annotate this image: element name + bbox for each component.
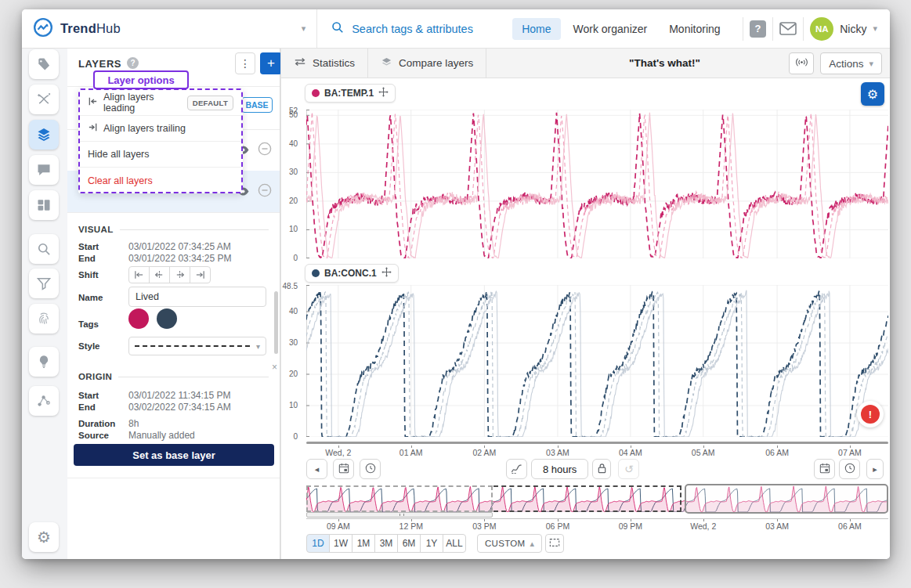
tag-pill-temp[interactable]: BA:TEMP.1 <box>305 84 396 103</box>
layer-name-input[interactable] <box>128 287 266 307</box>
shift-left-button[interactable] <box>149 266 170 283</box>
move-icon[interactable] <box>381 267 392 280</box>
rail-item-layers[interactable] <box>29 120 59 150</box>
swap-arrows-icon <box>294 57 306 69</box>
nav-monitoring[interactable]: Monitoring <box>660 18 729 40</box>
pan-left-button[interactable]: ◂ <box>306 459 327 479</box>
tag-color-dot[interactable] <box>128 308 149 329</box>
graph-nodes-icon <box>36 393 52 409</box>
divider <box>67 212 280 213</box>
duration-button[interactable]: 8 hours <box>531 459 588 479</box>
menu-item-hide-all[interactable]: Hide all layers <box>80 142 241 168</box>
custom-range-frame-button[interactable] <box>545 534 564 553</box>
remove-layer-icon[interactable] <box>258 142 272 156</box>
x-tick-label: 02 AM <box>461 448 508 457</box>
field-label: Tags <box>78 319 99 329</box>
layer-options-kebab-button[interactable]: ⋮ <box>235 52 255 74</box>
rail-item-dashboard[interactable] <box>29 190 59 220</box>
layers-icon <box>381 56 392 70</box>
x-axis-bar[interactable] <box>306 442 888 444</box>
rail-item-tags[interactable] <box>29 49 59 79</box>
chart-settings-button[interactable]: ⚙ <box>861 82 884 106</box>
rail-item-fingerprint[interactable] <box>29 304 59 334</box>
menu-item-align-leading[interactable]: Align layers leading DEFAULT <box>80 90 241 116</box>
user-chevron-down-icon: ▾ <box>873 23 877 34</box>
range-1m-button[interactable]: 1M <box>352 534 375 553</box>
y-tick-label: 10 <box>289 401 298 409</box>
compare-layers-button[interactable]: Compare layers <box>368 49 486 78</box>
range-1d-button[interactable]: 1D <box>306 534 330 553</box>
panel-help-icon[interactable]: ? <box>127 57 139 69</box>
lock-icon <box>597 463 607 475</box>
rail-item-context[interactable] <box>29 386 59 416</box>
x-tick-label: Wed, 2 <box>680 521 727 531</box>
nav-work-organizer[interactable]: Work organizer <box>564 18 657 40</box>
x-tick-label: 05 AM <box>680 448 727 457</box>
context-region-dashed-dark[interactable] <box>493 485 681 512</box>
history-icon: ↺ <box>624 463 634 475</box>
range-all-button[interactable]: ALL <box>443 534 466 553</box>
brand[interactable]: TrendHub ▾ <box>22 9 317 48</box>
broadcast-button[interactable] <box>789 52 814 74</box>
close-icon[interactable]: × <box>272 362 277 373</box>
range-1w-button[interactable]: 1W <box>329 534 352 553</box>
panel-title: LAYERS <box>78 58 121 70</box>
shift-far-right-button[interactable] <box>190 266 211 283</box>
help-icon[interactable]: ? <box>750 20 767 38</box>
x-tick-label: 03 AM <box>754 521 801 531</box>
tag-pill-label: BA:TEMP.1 <box>324 88 374 99</box>
mail-icon[interactable] <box>779 22 797 35</box>
rail-item-search[interactable] <box>29 234 59 264</box>
statistics-label: Statistics <box>313 57 355 69</box>
statistics-button[interactable]: Statistics <box>281 49 368 78</box>
shift-far-left-button[interactable] <box>128 266 150 283</box>
move-icon[interactable] <box>378 87 389 99</box>
end-date-button[interactable] <box>814 459 835 479</box>
history-reset-button[interactable]: ↺ <box>618 459 639 479</box>
context-scroll-handle[interactable] <box>306 512 493 518</box>
range-custom-button[interactable]: CUSTOM ▴ <box>477 534 542 553</box>
rail-item-filter[interactable] <box>29 269 59 298</box>
end-time-button[interactable] <box>839 459 860 479</box>
context-region-dashed-gray[interactable] <box>306 485 493 512</box>
add-layer-button[interactable]: + <box>260 52 282 74</box>
start-time-button[interactable] <box>360 459 381 479</box>
lock-duration-button[interactable] <box>592 459 611 479</box>
user-menu[interactable]: NA Nicky ▾ <box>810 17 890 41</box>
user-name: Nicky <box>840 23 866 35</box>
tag-pill-conc[interactable]: BA:CONC.1 <box>305 264 399 283</box>
rail-item-calculations[interactable] <box>29 85 59 114</box>
trend-mode-button[interactable] <box>506 459 527 479</box>
context-region-solid[interactable] <box>685 484 888 514</box>
layers-panel: LAYERS ? ⋮ + BASE Layer options Align la… <box>67 49 280 559</box>
range-6m-button[interactable]: 6M <box>397 534 421 553</box>
rail-item-settings[interactable]: ⚙ <box>29 522 59 552</box>
range-3m-button[interactable]: 3M <box>374 534 398 553</box>
remove-layer-icon[interactable] <box>258 183 272 197</box>
pan-right-button[interactable]: ▸ <box>866 459 884 479</box>
menu-item-align-trailing[interactable]: Align layers trailing <box>80 116 241 142</box>
calendar-icon <box>338 463 349 475</box>
brand-chevron-down-icon[interactable]: ▾ <box>302 23 306 34</box>
rail-item-comments[interactable] <box>29 155 59 185</box>
broadcast-icon <box>795 57 808 70</box>
context-bar[interactable] <box>306 485 888 512</box>
nav-home[interactable]: Home <box>512 18 560 40</box>
start-date-button[interactable] <box>333 459 354 479</box>
set-as-base-layer-button[interactable]: Set as base layer <box>74 444 274 466</box>
layer-tag-dots <box>128 308 177 329</box>
tag-color-dot[interactable] <box>157 308 177 329</box>
rail-item-recommendations[interactable] <box>29 347 59 377</box>
panel-scrollbar[interactable] <box>274 291 278 354</box>
menu-item-clear-all[interactable]: Clear all layers <box>80 168 241 193</box>
line-style-select[interactable]: ▾ <box>128 337 266 355</box>
shift-right-button[interactable] <box>169 266 190 283</box>
actions-button[interactable]: Actions ▾ <box>820 52 882 74</box>
range-1y-button[interactable]: 1Y <box>420 534 443 553</box>
chart-temp[interactable] <box>306 110 888 258</box>
chart-conc[interactable] <box>306 285 888 437</box>
y-tick-label: 20 <box>289 370 298 378</box>
frame-icon <box>549 538 560 550</box>
error-badge[interactable]: ! <box>857 401 884 427</box>
search-input[interactable] <box>352 23 498 35</box>
